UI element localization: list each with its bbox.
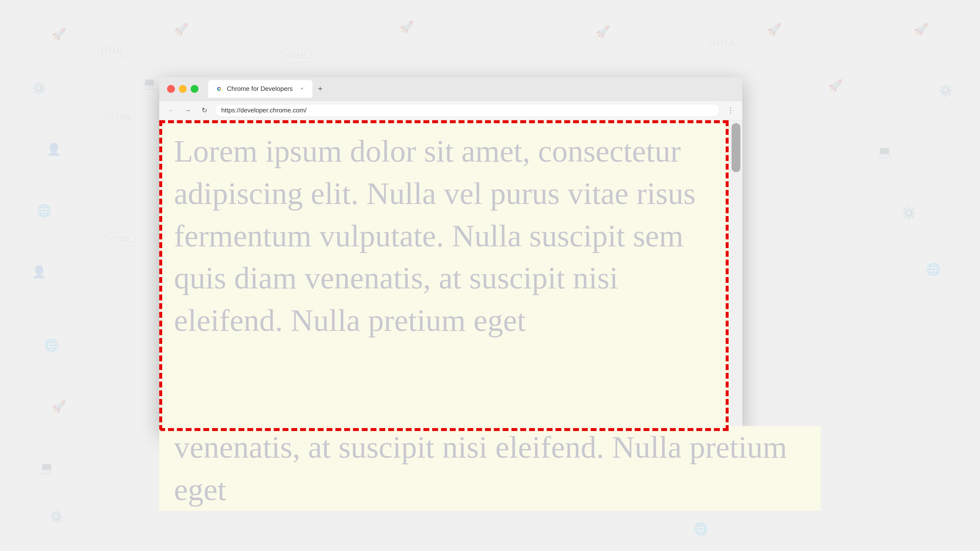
bg-html-badge-2: HTML [282,49,311,63]
bg-icon-23: 🚀 [44,392,73,421]
lorem-text-content: Lorem ipsum dolor sit amet, consectetur … [174,134,695,338]
lorem-text: Lorem ipsum dolor sit amet, consectetur … [159,120,742,351]
bg-icon-10: 🚀 [821,71,850,100]
new-tab-button[interactable]: + [314,83,326,95]
url-input[interactable]: https://developer.chrome.com/ [215,104,720,117]
bg-icon-14: 💻 [870,137,899,167]
tab-title: Chrome for Developers [227,85,293,92]
active-tab[interactable]: Chrome for Developers × [208,80,312,98]
browser-menu-button[interactable]: ⋮ [725,105,737,116]
bg-html-badge-6: HTML [105,233,135,246]
bg-icon-7: ⚙️ [24,73,54,103]
bg-icon-2: 🚀 [167,15,196,44]
refresh-button[interactable]: ↻ [199,105,210,116]
bg-html-badge-3: HTML [711,37,740,51]
close-button[interactable] [167,85,175,93]
title-bar: Chrome for Developers × + [159,77,742,101]
scrollbar-thumb[interactable] [732,123,740,172]
bg-html-badge-4: HTML [105,110,135,124]
browser-window: Chrome for Developers × + ← → ↻ https://… [159,77,742,431]
bg-icon-17: ⚙️ [894,198,924,228]
bg-icon-28: 🌐 [686,514,715,544]
overflow-text: venenatis, at suscipit nisi eleifend. Nu… [159,426,821,511]
bg-icon-20: 🌐 [919,255,948,284]
bg-icon-5: 🚀 [759,15,789,44]
window-controls [159,85,206,93]
bg-icon-12: 👤 [39,135,68,164]
bg-icon-4: 🚀 [588,17,617,46]
refresh-icon: ↻ [202,106,207,114]
bg-icon-18: 👤 [24,257,54,286]
tab-bar: Chrome for Developers × + [206,80,742,98]
back-button[interactable]: ← [165,105,177,116]
bg-icon-11: ⚙️ [931,76,960,105]
bg-icon-25: 💻 [32,453,61,483]
page-content: Lorem ipsum dolor sit amet, consectetur … [159,120,742,431]
tab-close-button[interactable]: × [299,86,305,92]
chrome-logo-icon [215,85,223,93]
bg-icon-1: 🚀 [44,20,73,49]
menu-dots-icon: ⋮ [727,106,734,114]
minimize-button[interactable] [179,85,187,93]
bg-html-badge-1: HTML [98,44,127,58]
url-text: https://developer.chrome.com/ [221,106,307,114]
bg-icon-3: 🚀 [392,12,422,41]
bg-icon-27: ⚙️ [41,502,71,531]
back-icon: ← [167,106,175,114]
bg-icon-6: 🚀 [907,15,936,44]
bg-icon-21: 🌐 [37,330,66,360]
address-bar: ← → ↻ https://developer.chrome.com/ ⋮ [159,101,742,120]
bg-icon-15: 🌐 [29,196,59,225]
forward-icon: → [184,106,191,114]
forward-button[interactable]: → [182,105,194,116]
scrollbar-track [730,120,742,431]
maximize-button[interactable] [191,85,199,93]
